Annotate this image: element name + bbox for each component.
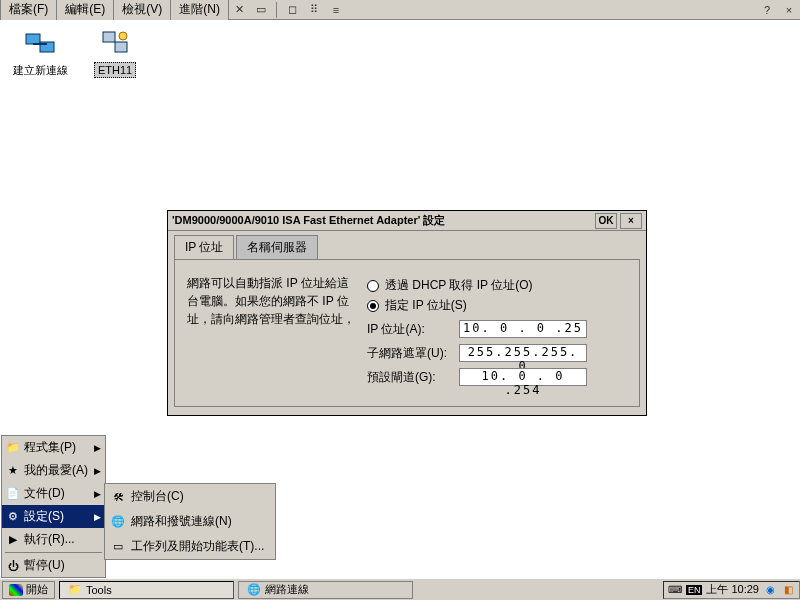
label-default-gateway: 預設閘道(G): [367,369,459,386]
menu-file[interactable]: 檔案(F) [0,0,57,21]
dialog-titlebar[interactable]: 'DM9000/9000A/9010 ISA Fast Ethernet Ada… [168,211,646,231]
radio-label: 指定 IP 位址(S) [385,297,467,314]
submenu-network[interactable]: 🌐 網路和撥號連線(N) [105,509,275,534]
tab-ip-address[interactable]: IP 位址 [174,235,234,259]
top-menubar: 檔案(F) 編輯(E) 檢視(V) 進階(N) ✕ ▭ ◻ ⠿ ≡ ? × [0,0,800,20]
chevron-right-icon: ▶ [94,489,101,499]
ok-button[interactable]: OK [595,213,617,229]
control-panel-icon: 🛠 [111,490,125,504]
svg-rect-0 [26,34,40,44]
start-button[interactable]: 開始 [2,581,55,599]
input-subnet-mask[interactable]: 255.255.255. 0 [459,344,587,362]
radio-specify-ip[interactable]: 指定 IP 位址(S) [367,297,627,314]
label-ip: IP 位址(A): [367,321,459,338]
globe-icon: 🌐 [247,583,261,596]
taskbar: 開始 📁 Tools 🌐 網路連線 ⌨ EN 上午 10:29 ◉ ◧ [0,578,800,600]
input-default-gateway[interactable]: 10. 0 . 0 .254 [459,368,587,386]
start-item-run[interactable]: ▶ 執行(R)... [2,528,105,551]
chevron-right-icon: ▶ [94,466,101,476]
svg-rect-3 [115,42,127,52]
radio-on-icon [367,300,379,312]
network-adapter-icon [99,28,131,60]
svg-point-4 [119,32,127,40]
run-icon: ▶ [6,533,20,547]
desktop-icon-new-connection[interactable]: 建立新連線 [5,24,75,79]
help-button[interactable]: ? [759,2,775,18]
dialog-title: 'DM9000/9000A/9010 ISA Fast Ethernet Ada… [172,213,592,228]
taskbar-icon: ▭ [111,540,125,554]
menu-view[interactable]: 檢視(V) [113,0,171,21]
input-ip-address[interactable]: 10. 0 . 0 .25 [459,320,587,338]
desktop-icon-label: ETH11 [94,62,136,78]
close-button[interactable]: × [781,2,797,18]
windows-logo-icon [9,584,23,596]
toolbar-view-list-icon[interactable]: ≡ [328,2,344,18]
submenu-control-panel[interactable]: 🛠 控制台(C) [105,484,275,509]
toolbar-properties-icon[interactable]: ▭ [253,2,269,18]
start-item-favorites[interactable]: ★ 我的最愛(A) ▶ [2,459,105,482]
tab-body: 網路可以自動指派 IP 位址給這台電腦。如果您的網路不 IP 位址，請向網路管理… [174,259,640,407]
input-language-indicator[interactable]: EN [686,585,703,595]
star-icon: ★ [6,464,20,478]
settings-submenu: 🛠 控制台(C) 🌐 網路和撥號連線(N) ▭ 工作列及開始功能表(T)... [104,483,276,560]
label-subnet-mask: 子網路遮罩(U): [367,345,459,362]
tray-icon-2[interactable]: ◧ [781,583,795,597]
menu-advanced[interactable]: 進階(N) [170,0,229,21]
desktop-icon-label: 建立新連線 [10,62,71,79]
document-icon: 📄 [6,487,20,501]
new-connection-icon [24,28,56,60]
adapter-settings-dialog: 'DM9000/9000A/9010 ISA Fast Ethernet Ada… [167,210,647,416]
submenu-taskbar[interactable]: ▭ 工作列及開始功能表(T)... [105,534,275,559]
desktop-icon-eth11[interactable]: ETH11 [80,24,150,78]
toolbar-view-large-icon[interactable]: ◻ [284,2,300,18]
start-item-suspend[interactable]: ⏻ 暫停(U) [2,554,105,577]
start-menu: 📁 程式集(P) ▶ ★ 我的最愛(A) ▶ 📄 文件(D) ▶ ⚙ 設定(S)… [1,435,106,578]
tab-name-servers[interactable]: 名稱伺服器 [236,235,318,259]
menu-divider [5,552,102,553]
chevron-right-icon: ▶ [94,443,101,453]
radio-dhcp[interactable]: 透過 DHCP 取得 IP 位址(O) [367,277,627,294]
dialog-info-text: 網路可以自動指派 IP 位址給這台電腦。如果您的網路不 IP 位址，請向網路管理… [187,274,367,392]
gear-icon: ⚙ [6,510,20,524]
tab-strip: IP 位址 名稱伺服器 [168,231,646,259]
system-tray: ⌨ EN 上午 10:29 ◉ ◧ [663,581,800,599]
radio-off-icon [367,280,379,292]
radio-label: 透過 DHCP 取得 IP 位址(O) [385,277,533,294]
chevron-right-icon: ▶ [94,512,101,522]
globe-icon: 🌐 [111,515,125,529]
toolbar-delete-icon[interactable]: ✕ [231,2,247,18]
programs-icon: 📁 [6,441,20,455]
clock[interactable]: 上午 10:29 [706,582,759,597]
toolbar-view-small-icon[interactable]: ⠿ [306,2,322,18]
separator [276,2,277,18]
menu-edit[interactable]: 編輯(E) [56,0,114,21]
power-icon: ⏻ [6,559,20,573]
start-item-programs[interactable]: 📁 程式集(P) ▶ [2,436,105,459]
taskbar-item-network[interactable]: 🌐 網路連線 [238,581,413,599]
keyboard-icon[interactable]: ⌨ [668,583,682,597]
svg-rect-2 [103,32,115,42]
start-item-settings[interactable]: ⚙ 設定(S) ▶ [2,505,105,528]
start-item-documents[interactable]: 📄 文件(D) ▶ [2,482,105,505]
taskbar-item-tools[interactable]: 📁 Tools [59,581,234,599]
tray-icon-1[interactable]: ◉ [763,583,777,597]
folder-icon: 📁 [68,583,82,596]
close-icon[interactable]: × [620,213,642,229]
